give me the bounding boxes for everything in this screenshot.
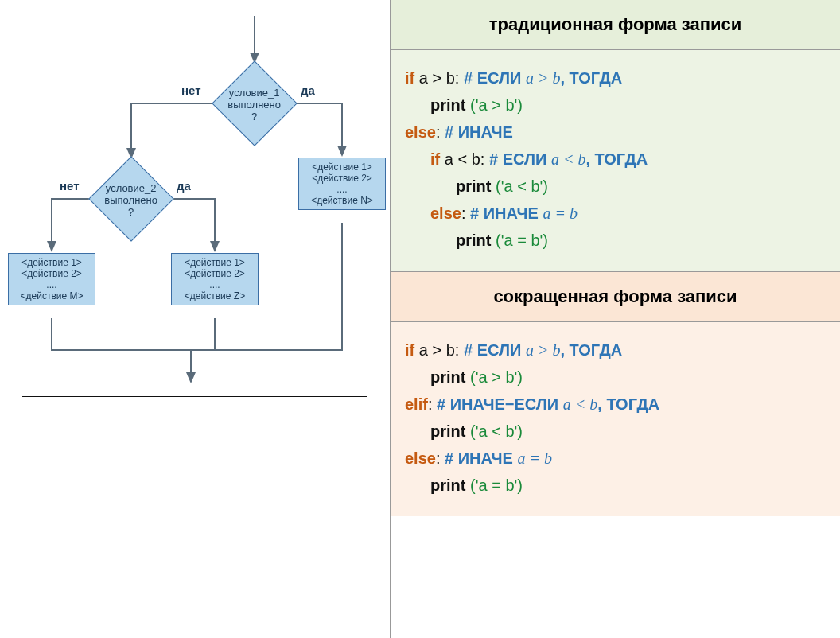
c1-l1-colon: : (455, 69, 464, 87)
c2-l6-print: print (430, 477, 465, 494)
c2-l1-if: if (405, 341, 414, 359)
cond2-no-label: нет (60, 179, 80, 193)
c1-l4-cond: a < b (440, 150, 480, 168)
c2-l4-print: print (430, 422, 465, 440)
c2-l1-math: a > b (526, 341, 561, 359)
c1-l4-cpost: , ТОГДА (585, 150, 648, 168)
boxn-l1: <действие 1> (312, 161, 372, 173)
boxm-l4: <действие M> (21, 290, 84, 301)
c2-l5-cpre: # ИНАЧЕ (445, 449, 517, 467)
c1-l3-colon: : (436, 123, 445, 141)
c1-l2-print: print (430, 96, 465, 114)
c2-l4-arg: ('a < b') (465, 422, 523, 440)
boxn-l2: <действие 2> (312, 173, 372, 184)
cond2-yes-label: да (177, 179, 191, 193)
flowchart-panel: условие_1 выполнено ? да нет условие_2 в… (0, 0, 390, 638)
c1-l3-c: # ИНАЧЕ (445, 123, 513, 141)
c2-l6-arg: ('a = b') (465, 477, 523, 494)
boxn-l3: .... (336, 184, 347, 195)
bottom-rule (22, 396, 368, 397)
c2-l3-cpre: # ИНАЧЕ−ЕСЛИ (437, 395, 563, 413)
c1-l4-if: if (430, 150, 440, 168)
boxz-l3: .... (209, 279, 220, 290)
boxm-l2: <действие 2> (21, 268, 82, 279)
cond1-line2: выполнено (228, 99, 281, 111)
actions-box-n: <действие 1> <действие 2> .... <действие… (298, 158, 386, 210)
code-panel: традиционная форма записи if a > b: # ЕС… (390, 0, 840, 638)
c2-l1-cond: a > b (414, 341, 455, 359)
header-traditional: традиционная форма записи (391, 0, 840, 50)
c1-l2-arg: ('a > b') (465, 96, 523, 114)
c2-l2-arg: ('a > b') (465, 368, 523, 386)
cond1-line3: ? (251, 111, 257, 123)
c1-l4-math: a < b (551, 150, 586, 168)
c1-l5-arg: ('a < b') (491, 177, 548, 195)
condition-1-diamond: условие_1 выполнено ? (212, 60, 297, 146)
cond2-line2: выполнено (104, 194, 158, 206)
c1-l6-math: a = b (542, 204, 578, 222)
c2-l5-math: a = b (517, 449, 552, 467)
c2-l5-colon: : (436, 449, 445, 467)
c1-l4-colon: : (480, 150, 489, 168)
c1-l6-colon: : (461, 204, 470, 222)
cond1-line1: условие_1 (229, 87, 280, 99)
cond1-no-label: нет (181, 84, 201, 97)
c1-l5-print: print (456, 177, 491, 195)
c1-l1-cond: a > b (414, 69, 455, 87)
boxz-l1: <действие 1> (185, 257, 245, 268)
actions-box-z: <действие 1> <действие 2> .... <действие… (171, 253, 259, 305)
cond2-line1: условие_2 (106, 182, 157, 194)
c2-l1-colon: : (455, 341, 464, 359)
cond2-line3: ? (128, 206, 134, 218)
c1-l7-arg: ('a = b') (491, 231, 548, 249)
c2-l3-elif: elif (405, 395, 428, 413)
c2-l2-print: print (430, 368, 465, 386)
c2-l1-cpost: , ТОГДА (560, 341, 622, 359)
c1-l6-cpre: # ИНАЧЕ (470, 204, 542, 222)
condition-2-diamond: условие_2 выполнено ? (88, 156, 173, 241)
c1-l1-math: a > b (526, 69, 561, 87)
header-short: сокращенная форма записи (391, 272, 840, 322)
c1-l3-else: else (405, 123, 436, 141)
boxn-l4: <действие N> (311, 195, 373, 206)
c1-l1-cpost: , ТОГДА (560, 69, 622, 87)
c2-l3-colon: : (428, 395, 437, 413)
boxz-l2: <действие 2> (185, 268, 245, 279)
cond1-yes-label: да (301, 84, 315, 97)
c1-l1-if: if (405, 69, 414, 87)
code-short: if a > b: # ЕСЛИ a > b, ТОГДА print ('a … (391, 322, 840, 516)
boxm-l3: .... (46, 279, 56, 290)
c1-l4-cpre: # ЕСЛИ (489, 150, 551, 168)
boxz-l4: <действие Z> (185, 290, 245, 301)
c1-l6-else: else (430, 204, 461, 222)
c1-l1-cpre: # ЕСЛИ (464, 69, 526, 87)
c2-l1-cpre: # ЕСЛИ (464, 341, 526, 359)
flowchart: условие_1 выполнено ? да нет условие_2 в… (8, 16, 382, 390)
c2-l5-else: else (405, 449, 436, 467)
c1-l7-print: print (456, 231, 491, 249)
actions-box-m: <действие 1> <действие 2> .... <действие… (8, 253, 95, 305)
c2-l3-cpost: , ТОГДА (597, 395, 659, 413)
code-traditional: if a > b: # ЕСЛИ a > b, ТОГДА print ('a … (391, 50, 840, 272)
boxm-l1: <действие 1> (21, 257, 82, 268)
c2-l3-math: a < b (563, 395, 598, 413)
page-root: условие_1 выполнено ? да нет условие_2 в… (0, 0, 840, 638)
